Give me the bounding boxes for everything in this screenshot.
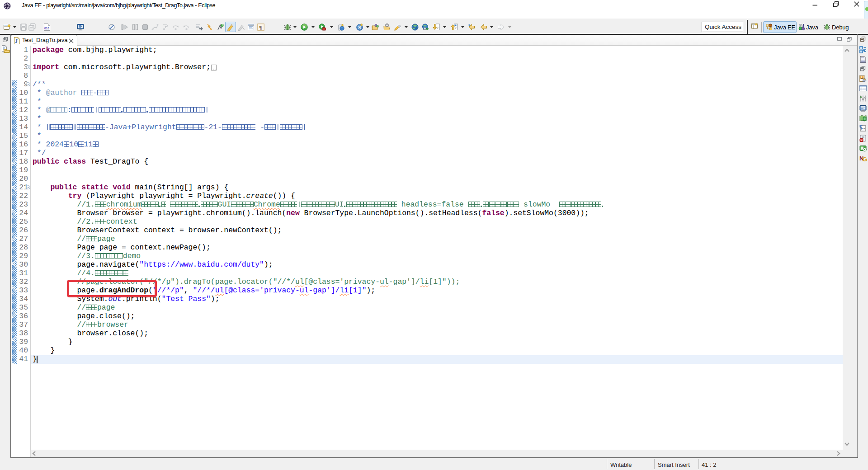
svg-text:G: G [863,156,867,162]
svg-text:J: J [802,24,804,28]
svg-text:J: J [15,38,18,44]
svg-text:¶: ¶ [259,24,262,31]
svg-text:010: 010 [44,27,49,30]
